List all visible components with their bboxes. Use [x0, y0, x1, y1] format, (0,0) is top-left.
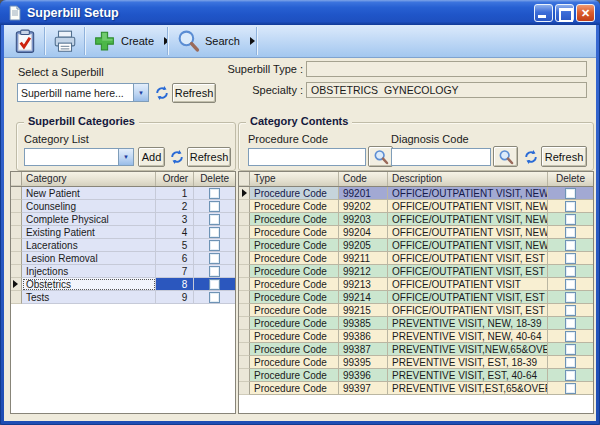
procedure-row[interactable]: Procedure Code99387PREVENTIVE VISIT,NEW,… — [239, 343, 593, 356]
delete-checkbox[interactable] — [565, 331, 576, 342]
category-cell[interactable]: New Patient — [22, 187, 156, 200]
delete-cell[interactable] — [548, 239, 593, 252]
procedure-row[interactable]: Procedure Code99205OFFICE/OUTPATIENT VIS… — [239, 239, 593, 252]
code-cell[interactable]: 99212 — [339, 265, 388, 278]
row-selector[interactable] — [239, 226, 250, 239]
delete-cell[interactable] — [548, 265, 593, 278]
row-selector[interactable] — [239, 291, 250, 304]
category-row[interactable]: Complete Physical3 — [11, 213, 235, 226]
row-selector[interactable] — [239, 317, 250, 330]
row-selector[interactable] — [11, 226, 22, 239]
row-selector[interactable] — [239, 252, 250, 265]
code-cell[interactable]: 99396 — [339, 369, 388, 382]
row-selector[interactable] — [11, 265, 22, 278]
current-row-marker[interactable] — [239, 187, 250, 200]
description-cell[interactable]: OFFICE/OUTPATIENT VISIT, NEW — [388, 226, 548, 239]
row-selector[interactable] — [239, 265, 250, 278]
row-selector[interactable] — [239, 382, 250, 395]
delete-cell[interactable] — [548, 317, 593, 330]
delete-cell[interactable] — [194, 239, 235, 252]
delete-checkbox[interactable] — [565, 240, 576, 251]
delete-checkbox[interactable] — [565, 344, 576, 355]
category-cell[interactable]: Injections — [22, 265, 156, 278]
add-category-button[interactable]: Add — [138, 147, 165, 167]
description-cell[interactable]: OFFICE/OUTPATIENT VISIT, NEW — [388, 213, 548, 226]
delete-checkbox[interactable] — [565, 188, 576, 199]
column-header-order[interactable]: Order — [156, 172, 194, 186]
category-row[interactable]: Obstetrics8 — [11, 278, 235, 291]
delete-cell[interactable] — [194, 291, 235, 304]
minimize-button[interactable] — [534, 4, 553, 22]
delete-cell[interactable] — [194, 200, 235, 213]
procedure-row[interactable]: Procedure Code99214OFFICE/OUTPATIENT VIS… — [239, 291, 593, 304]
close-button[interactable] — [576, 4, 595, 22]
row-selector[interactable] — [11, 291, 22, 304]
type-cell[interactable]: Procedure Code — [250, 226, 339, 239]
delete-cell[interactable] — [548, 382, 593, 395]
type-cell[interactable]: Procedure Code — [250, 239, 339, 252]
procedure-row[interactable]: Procedure Code99213OFFICE/OUTPATIENT VIS… — [239, 278, 593, 291]
procedure-code-input[interactable] — [248, 148, 366, 166]
delete-checkbox[interactable] — [565, 253, 576, 264]
delete-cell[interactable] — [548, 187, 593, 200]
chevron-down-icon[interactable]: ▼ — [133, 84, 148, 101]
search-button[interactable]: Search — [176, 28, 255, 54]
description-cell[interactable]: OFFICE/OUTPATIENT VISIT, EST — [388, 265, 548, 278]
row-selector[interactable] — [239, 304, 250, 317]
row-selector[interactable] — [239, 330, 250, 343]
delete-checkbox[interactable] — [565, 370, 576, 381]
type-cell[interactable]: Procedure Code — [250, 278, 339, 291]
save-check-button[interactable] — [12, 28, 38, 55]
delete-cell[interactable] — [194, 265, 235, 278]
procedure-row[interactable]: Procedure Code99386PREVENTIVE VISIT, NEW… — [239, 330, 593, 343]
category-row[interactable]: Existing Patient4 — [11, 226, 235, 239]
order-cell[interactable]: 7 — [156, 265, 194, 278]
delete-cell[interactable] — [548, 200, 593, 213]
category-row[interactable]: Lacerations5 — [11, 239, 235, 252]
order-cell[interactable]: 9 — [156, 291, 194, 304]
row-selector[interactable] — [239, 200, 250, 213]
code-cell[interactable]: 99397 — [339, 382, 388, 395]
column-header-delete[interactable]: Delete — [194, 172, 235, 186]
category-cell[interactable]: Obstetrics — [22, 278, 156, 291]
description-cell[interactable]: OFFICE/OUTPATIENT VISIT, EST — [388, 291, 548, 304]
column-header-delete[interactable]: Delete — [548, 172, 593, 186]
procedure-search-button[interactable] — [368, 146, 393, 167]
delete-checkbox[interactable] — [209, 201, 220, 212]
procedure-row[interactable]: Procedure Code99201OFFICE/OUTPATIENT VIS… — [239, 187, 593, 200]
delete-checkbox[interactable] — [565, 357, 576, 368]
order-cell[interactable]: 4 — [156, 226, 194, 239]
procedure-row[interactable]: Procedure Code99397PREVENTIVE VISIT,EST,… — [239, 382, 593, 395]
category-cell[interactable]: Complete Physical — [22, 213, 156, 226]
delete-cell[interactable] — [548, 304, 593, 317]
diagnosis-code-input[interactable] — [391, 148, 491, 166]
delete-checkbox[interactable] — [565, 292, 576, 303]
type-cell[interactable]: Procedure Code — [250, 343, 339, 356]
row-selector[interactable] — [239, 278, 250, 291]
description-cell[interactable]: PREVENTIVE VISIT,NEW,65&OVER — [388, 343, 548, 356]
description-cell[interactable]: PREVENTIVE VISIT,EST,65&OVER — [388, 382, 548, 395]
type-cell[interactable]: Procedure Code — [250, 200, 339, 213]
delete-checkbox[interactable] — [209, 227, 220, 238]
delete-checkbox[interactable] — [565, 383, 576, 394]
delete-cell[interactable] — [548, 369, 593, 382]
procedure-row[interactable]: Procedure Code99396PREVENTIVE VISIT, EST… — [239, 369, 593, 382]
type-cell[interactable]: Procedure Code — [250, 291, 339, 304]
order-cell[interactable]: 3 — [156, 213, 194, 226]
type-cell[interactable]: Procedure Code — [250, 252, 339, 265]
code-cell[interactable]: 99202 — [339, 200, 388, 213]
category-row[interactable]: Counseling2 — [11, 200, 235, 213]
delete-cell[interactable] — [194, 226, 235, 239]
delete-checkbox[interactable] — [209, 253, 220, 264]
delete-checkbox[interactable] — [209, 279, 220, 290]
category-row[interactable]: Tests9 — [11, 291, 235, 304]
delete-checkbox[interactable] — [209, 292, 220, 303]
code-cell[interactable]: 99203 — [339, 213, 388, 226]
row-selector[interactable] — [11, 187, 22, 200]
type-cell[interactable]: Procedure Code — [250, 187, 339, 200]
row-selector[interactable] — [239, 343, 250, 356]
create-button[interactable]: Create — [92, 28, 169, 54]
category-cell[interactable]: Existing Patient — [22, 226, 156, 239]
code-cell[interactable]: 99385 — [339, 317, 388, 330]
code-cell[interactable]: 99386 — [339, 330, 388, 343]
